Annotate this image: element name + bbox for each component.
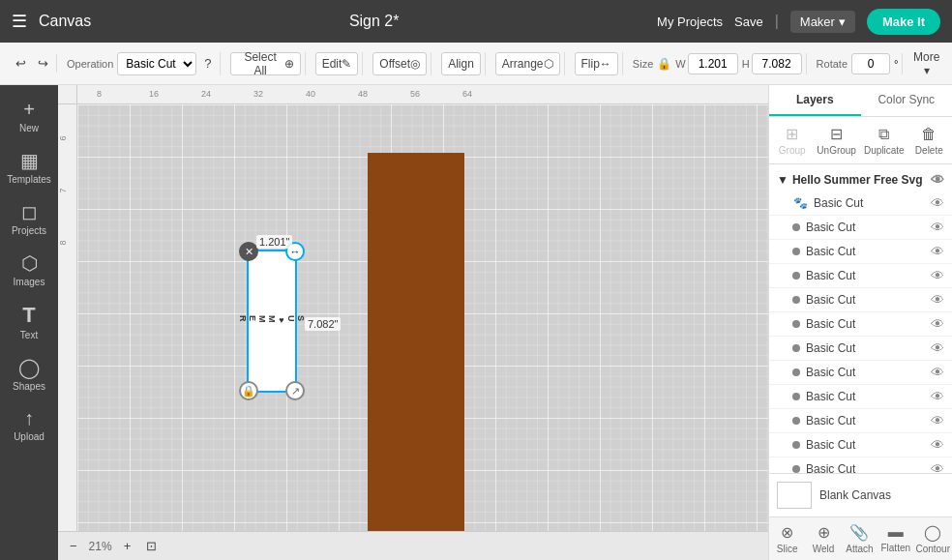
layer-8-dot [792, 368, 800, 376]
ruler-mark-56: 56 [410, 89, 420, 99]
zoom-out-button[interactable]: − [66, 537, 81, 555]
layer-12-eye-icon[interactable]: 👁 [931, 461, 944, 473]
size-h-input[interactable] [752, 53, 802, 74]
layer-item-5[interactable]: Basic Cut 👁 [769, 288, 952, 312]
right-panel: Layers Color Sync ⊞ Group ⊟ UnGroup ⧉ Du… [768, 85, 952, 560]
my-projects-link[interactable]: My Projects [657, 15, 723, 29]
layer-11-label: Basic Cut [806, 438, 925, 452]
canvas-content[interactable]: ✕ ↔ 🔒 ↗ SU♥MMER 1.201" 7.082" [77, 104, 768, 531]
menu-icon[interactable]: ☰ [12, 11, 27, 32]
size-h-label: H [742, 58, 750, 70]
arrange-button[interactable]: Arrange ⬡ [495, 52, 560, 75]
size-label: Size [633, 58, 653, 70]
layer-item-12[interactable]: Basic Cut 👁 [769, 457, 952, 473]
size-w-input[interactable] [688, 53, 738, 74]
align-button[interactable]: Align [441, 52, 481, 75]
size-w-group: W [675, 53, 737, 74]
layer-8-eye-icon[interactable]: 👁 [931, 365, 944, 380]
ruler-mark-8: 8 [97, 89, 102, 99]
select-all-button[interactable]: Select All ⊕ [230, 52, 301, 75]
layer-2-eye-icon[interactable]: 👁 [931, 220, 944, 235]
tab-layers[interactable]: Layers [769, 85, 861, 116]
layer-9-eye-icon[interactable]: 👁 [931, 389, 944, 404]
operation-help-button[interactable]: ? [200, 54, 215, 73]
layer-item-11[interactable]: Basic Cut 👁 [769, 433, 952, 457]
make-it-button[interactable]: Make It [867, 9, 940, 35]
layer-item-3[interactable]: Basic Cut 👁 [769, 240, 952, 264]
fit-button[interactable]: ⊡ [142, 537, 161, 555]
slice-label: Slice [777, 544, 798, 554]
layer-item-2[interactable]: Basic Cut 👁 [769, 216, 952, 240]
operation-select[interactable]: Basic Cut [117, 52, 196, 75]
group-button[interactable]: ⊞ Group [773, 121, 811, 160]
tab-color-sync[interactable]: Color Sync [861, 85, 953, 116]
handle-bottom-left[interactable]: 🔒 [239, 381, 258, 400]
more-button[interactable]: More ▾ [908, 50, 944, 77]
edit-button[interactable]: Edit ✎ [315, 52, 359, 75]
undo-button[interactable]: ↩ [12, 54, 30, 73]
panel-toolbar: ⊞ Group ⊟ UnGroup ⧉ Duplicate 🗑 Delete [769, 117, 952, 164]
blank-canvas-item[interactable]: Blank Canvas [769, 473, 952, 516]
ungroup-button[interactable]: ⊟ UnGroup [815, 121, 858, 160]
delete-button[interactable]: 🗑 Delete [910, 122, 948, 160]
layer-item-7[interactable]: Basic Cut 👁 [769, 337, 952, 361]
toolbar-undo-group: ↩ ↪ [8, 54, 57, 73]
layer-11-eye-icon[interactable]: 👁 [931, 437, 944, 453]
layer-6-eye-icon[interactable]: 👁 [931, 316, 944, 332]
nav-center: Sign 2* [103, 13, 645, 30]
flip-button[interactable]: Flip ↔ [575, 52, 618, 75]
layer-item-9[interactable]: Basic Cut 👁 [769, 385, 952, 409]
sidebar-item-new[interactable]: + New [4, 93, 54, 139]
sidebar-item-shapes[interactable]: ◯ Shapes [4, 350, 54, 398]
flatten-tab[interactable]: ▬ Flatten [878, 517, 913, 560]
weld-label: Weld [813, 544, 835, 554]
layer-4-eye-icon[interactable]: 👁 [931, 268, 944, 283]
sidebar-item-images[interactable]: ⬡ Images [4, 246, 54, 293]
rotate-input[interactable] [851, 53, 890, 74]
weld-tab[interactable]: ⊕ Weld [805, 517, 841, 560]
slice-tab[interactable]: ⊗ Slice [769, 517, 805, 560]
sidebar-item-templates[interactable]: ▦ Templates [4, 143, 54, 191]
offset-button[interactable]: Offset ◎ [372, 52, 427, 75]
save-button[interactable]: Save [734, 15, 763, 29]
layer-3-eye-icon[interactable]: 👁 [931, 244, 944, 259]
layer-item-8[interactable]: Basic Cut 👁 [769, 361, 952, 385]
contour-tab[interactable]: ◯ Contour [913, 517, 952, 560]
flatten-label: Flatten [880, 543, 910, 553]
handle-top-left[interactable]: ✕ [239, 242, 258, 261]
selected-object[interactable]: ✕ ↔ 🔒 ↗ SU♥MMER [247, 250, 297, 393]
layer-5-eye-icon[interactable]: 👁 [931, 292, 944, 308]
zoom-in-button[interactable]: + [120, 537, 135, 555]
sidebar-item-text[interactable]: T Text [4, 297, 54, 346]
layer-group-header[interactable]: ▼ Hello Summer Free Svg 👁 [769, 168, 952, 192]
canvas-area[interactable]: 8 16 24 32 40 48 56 64 6 7 8 ✕ ↔ 🔒 [58, 85, 768, 560]
duplicate-button[interactable]: ⧉ Duplicate [862, 122, 907, 160]
layer-7-eye-icon[interactable]: 👁 [931, 340, 944, 356]
layer-item-6[interactable]: Basic Cut 👁 [769, 312, 952, 337]
sidebar-item-images-label: Images [14, 277, 45, 287]
zoom-level: 21% [89, 540, 112, 553]
layer-6-dot [792, 320, 800, 328]
dimension-height-label: 7.082" [305, 317, 341, 331]
bottom-panel-tabs: ⊗ Slice ⊕ Weld 📎 Attach ▬ Flatten ◯ Cont… [769, 516, 952, 560]
text-icon: T [22, 303, 35, 328]
slice-icon: ⊗ [781, 523, 793, 542]
panel-tabs: Layers Color Sync [769, 85, 952, 117]
layer-3-dot [792, 248, 800, 255]
layer-item-4[interactable]: Basic Cut 👁 [769, 264, 952, 288]
sidebar-item-projects[interactable]: ◻ Projects [4, 194, 54, 242]
ruler-corner [58, 85, 77, 104]
ruler-mark-32: 32 [253, 89, 263, 99]
layer-item-10[interactable]: Basic Cut 👁 [769, 409, 952, 433]
group-eye-icon[interactable]: 👁 [931, 172, 944, 188]
layer-10-eye-icon[interactable]: 👁 [931, 413, 944, 428]
layer-1-eye-icon[interactable]: 👁 [931, 195, 944, 211]
layer-item-1[interactable]: 🐾 Basic Cut 👁 [769, 192, 952, 216]
app-title: Canvas [39, 13, 91, 30]
maker-selector[interactable]: Maker ▾ [790, 11, 855, 33]
layer-group-name: Hello Summer Free Svg [792, 173, 923, 187]
redo-button[interactable]: ↪ [34, 54, 52, 73]
sidebar-item-upload[interactable]: ↑ Upload [4, 401, 54, 448]
attach-tab[interactable]: 📎 Attach [842, 517, 878, 560]
handle-bottom-right[interactable]: ↗ [285, 381, 305, 400]
